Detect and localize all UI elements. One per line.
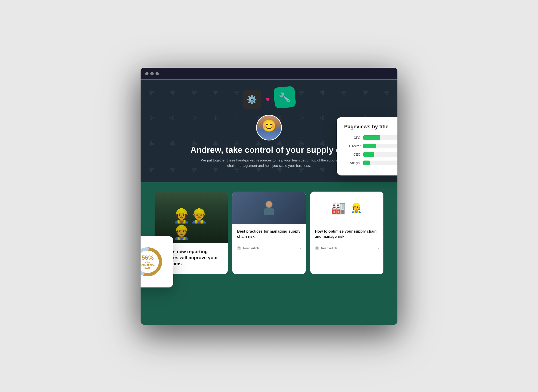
- browser-chrome: [141, 68, 397, 80]
- bar-fill-analyst: [363, 161, 370, 165]
- turbine-icon: ✙: [205, 105, 226, 131]
- bar-row-director: Director 30%: [344, 144, 397, 148]
- logo-area: ⚙️ ♥ 🔧: [243, 89, 296, 110]
- cta-percent: 56%: [141, 254, 156, 261]
- avatar-image: [257, 116, 281, 140]
- content-section: 5 ways new reporting features will impro…: [141, 182, 397, 284]
- turbine-icon: ✙: [205, 80, 226, 105]
- article-title-1: Best practices for managing supply chain…: [237, 229, 301, 239]
- bar-track-cfo: [363, 135, 397, 140]
- featured-image: [155, 191, 228, 243]
- turbine-icon: ✙: [141, 105, 162, 131]
- heart-icon: ♥: [266, 96, 270, 103]
- cta-label: CTACONVERSIONRATE: [141, 261, 156, 270]
- article-image-2: 🏭 👷: [310, 191, 383, 224]
- turbine-icon: ✙: [162, 131, 184, 157]
- arrow-icon: ›: [300, 246, 301, 250]
- logo-icon: ⚙️: [243, 90, 261, 109]
- turbine-icon: ✙: [312, 80, 333, 105]
- worker-image: [232, 191, 305, 224]
- turbine-icon: ✙: [312, 105, 333, 131]
- minimize-button[interactable]: [150, 72, 154, 75]
- bar-label-cfo: CFO: [344, 136, 361, 140]
- turbine-icon: ✙: [141, 131, 162, 157]
- read-icon: ▶: [237, 246, 241, 250]
- workers-image: [155, 191, 228, 243]
- article-image-1: [232, 191, 305, 224]
- turbine-icon: ✙: [355, 80, 376, 105]
- svg-rect-1: [264, 208, 274, 215]
- read-label-1: Read Article: [243, 246, 260, 250]
- illustration-image: 🏭 👷: [310, 191, 383, 224]
- hero-title: Andrew, take control of your supply c...: [191, 145, 348, 155]
- bar-track-director: [363, 144, 397, 148]
- svg-point-5: [316, 247, 318, 249]
- bar-track-analyst: [363, 161, 397, 165]
- cta-conversion-card: 56% CTACONVERSIONRATE: [141, 236, 173, 287]
- read-label-2: Read Article: [321, 246, 337, 250]
- turbine-icon: ✙: [162, 80, 184, 105]
- svg-point-2: [266, 201, 272, 207]
- brand-icon: 🔧: [274, 86, 296, 109]
- maximize-button[interactable]: [156, 72, 159, 75]
- bar-label-ceo: CEO: [344, 153, 361, 156]
- site-content: ✙ ✙ ✙ ✙ ✙ ✙ ✙ ✙ ✙ ✙ ✙ ✙ ✙ ✙ ✙ ✙ ✙ ✙ ✙ ✙: [141, 80, 397, 325]
- turbine-icon: ✙: [376, 80, 397, 105]
- pageviews-card: Pageviews by title CFO 40% Director 30% …: [337, 117, 397, 175]
- article-title-2: How to optimize your supply chain and ma…: [315, 229, 379, 239]
- avatar: [256, 115, 282, 140]
- turbine-icon: ✙: [183, 105, 205, 131]
- traffic-lights: [145, 72, 159, 75]
- bar-row-ceo: CEO 25%: [344, 152, 397, 157]
- bar-fill-cfo: [363, 135, 380, 140]
- person-icon: 👷: [350, 202, 362, 213]
- read-article-link-2[interactable]: Read Article ›: [315, 243, 379, 250]
- bar-track-ceo: [363, 152, 397, 157]
- bar-label-analyst: Analyst: [344, 161, 361, 165]
- bar-row-cfo: CFO 40%: [344, 135, 397, 140]
- hero-subtitle: We put together these hand-picked resour…: [199, 158, 339, 168]
- turbine-icon: ✙: [141, 157, 162, 182]
- article-body-2: How to optimize your supply chain and ma…: [310, 224, 383, 255]
- turbine-icon: ✙: [162, 157, 184, 182]
- read-icon-2: [315, 246, 319, 250]
- bar-fill-director: [363, 144, 376, 148]
- turbine-icon: ✙: [141, 80, 162, 105]
- close-button[interactable]: [145, 72, 149, 75]
- turbine-icon: ✙: [333, 80, 355, 105]
- article-card-2[interactable]: 🏭 👷 How to optimize your supply chain an…: [310, 191, 383, 274]
- donut-chart: 56% CTACONVERSIONRATE: [141, 245, 164, 278]
- browser-window: ✙ ✙ ✙ ✙ ✙ ✙ ✙ ✙ ✙ ✙ ✙ ✙ ✙ ✙ ✙ ✙ ✙ ✙ ✙ ✙: [141, 68, 397, 324]
- article-body-1: Best practices for managing supply chain…: [232, 224, 305, 255]
- article-card-1[interactable]: Best practices for managing supply chain…: [232, 191, 305, 274]
- read-article-link-1[interactable]: ▶ Read Article ›: [237, 243, 301, 250]
- bar-label-director: Director: [344, 144, 361, 148]
- illustration-content: 🏭 👷: [331, 201, 362, 215]
- bar-row-analyst: Analyst 15%: [344, 161, 397, 165]
- arrow-icon-2: ›: [378, 246, 379, 250]
- turbine-icon: ✙: [162, 105, 184, 131]
- machine-icon: 🏭: [331, 201, 346, 215]
- bar-fill-ceo: [363, 152, 374, 157]
- turbine-icon: ✙: [183, 80, 205, 105]
- donut-text: 56% CTACONVERSIONRATE: [141, 254, 156, 270]
- pageviews-title: Pageviews by title: [344, 124, 397, 130]
